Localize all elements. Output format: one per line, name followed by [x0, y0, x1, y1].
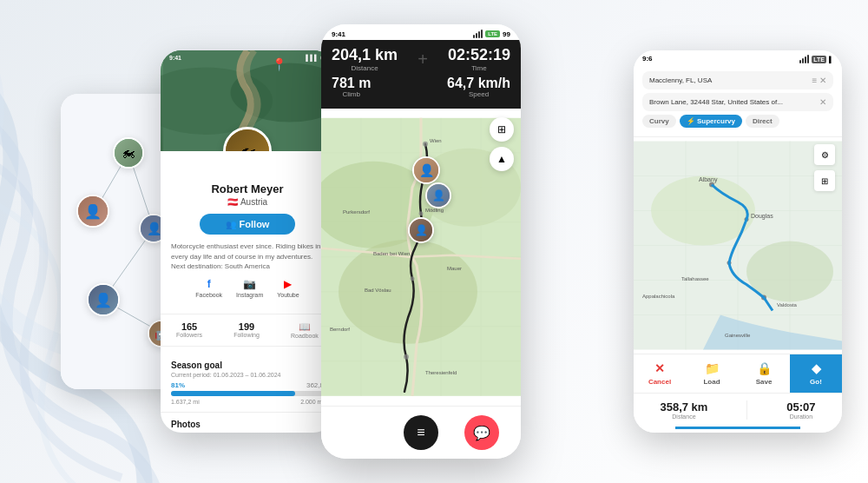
layers-button[interactable]: ⊞ [490, 117, 514, 142]
map-stat-distance: 204,1 km Distance [332, 47, 398, 72]
youtube-icon: ▶ [284, 278, 292, 290]
avatar-motorcycle-icon: 🏍 [226, 129, 269, 151]
route-input-start[interactable]: Macclenny, FL, USA ≡ ✕ [642, 71, 833, 89]
following-label: Following [233, 332, 260, 338]
route-sidebar-icons: ⚙ ⊞ [814, 144, 835, 191]
chat-fab-button[interactable]: 💬 [464, 415, 499, 450]
route-type-tabs: Curvy ⚡ Supercurvy Direct [642, 115, 833, 128]
menu-fab-button[interactable]: ≡ [404, 415, 438, 450]
profile-body: Robert Meyer 🇦🇹 Austria 👥 Follow Motorcy… [161, 151, 334, 314]
svg-text:Theresienfeld: Theresienfeld [425, 370, 457, 375]
instagram-link[interactable]: 📷 Instagram [236, 278, 263, 298]
progress-labels: 1.637,2 mi 2.000 mi [171, 399, 324, 405]
season-period: Current period: 01.06.2023 – 01.06.2024 [171, 372, 324, 378]
cancel-label: Cancel [648, 378, 671, 386]
go-button[interactable]: ◆ Go! [790, 354, 842, 393]
roadbook-label: Roadbook [291, 333, 319, 339]
cancel-button[interactable]: ✕ Cancel [634, 354, 686, 393]
facebook-icon: f [207, 278, 211, 290]
instagram-icon: 📷 [243, 278, 256, 290]
map-stat-speed: 64,7 km/h Speed [447, 76, 510, 99]
roadbook-icon: 📖 [291, 321, 319, 333]
route-header: Macclenny, FL, USA ≡ ✕ Brown Lane, 32448… [634, 66, 842, 137]
profile-header-image: 📍 9:41 ▌▌▌ ⬡ 🏍 [161, 50, 334, 151]
follow-label: Follow [240, 219, 270, 229]
svg-text:Albany: Albany [699, 176, 718, 183]
phone-map: 9:41 LTE 99 204,1 km Distance + [321, 24, 521, 459]
svg-point-22 [423, 142, 428, 147]
cancel-icon: ✕ [654, 361, 665, 375]
progress-percent: 81% [171, 381, 185, 389]
season-goal-title: Season goal [171, 361, 324, 370]
stat-followers: 165 Followers [176, 321, 202, 339]
route-tab-direct[interactable]: Direct [746, 115, 779, 128]
facebook-link[interactable]: f Facebook [195, 278, 222, 298]
progress-current: 1.637,2 mi [171, 399, 200, 405]
map-status-icons: LTE 99 [473, 30, 510, 38]
progress-bar-fill [171, 391, 295, 396]
time-value: 02:52:19 [448, 47, 510, 64]
map-status-bar: 9:41 LTE 99 [321, 24, 521, 40]
map-controls: ⊞ ▲ [490, 117, 514, 171]
route-input-end[interactable]: Brown Lane, 32448 Star, United States of… [642, 93, 833, 111]
youtube-link[interactable]: ▶ Youtube [277, 278, 299, 298]
route-settings-icon[interactable]: ⚙ [814, 144, 835, 165]
route-tab-curvy[interactable]: Curvy [642, 115, 676, 128]
load-button[interactable]: 📁 Load [686, 354, 738, 393]
season-goal-section: Season goal Current period: 01.06.2023 –… [161, 354, 334, 412]
map-stats-header: 204,1 km Distance + 02:52:19 Time 781 m … [321, 40, 521, 109]
route-distance-label: Distance [660, 414, 707, 420]
signal-icon [473, 30, 483, 38]
route-start-close[interactable]: ≡ ✕ [812, 76, 826, 85]
route-tab-supercurvy[interactable]: ⚡ Supercurvy [680, 115, 742, 128]
svg-text:Gainesville: Gainesville [725, 333, 751, 338]
country-name: Austria [240, 197, 267, 207]
route-bottom: ✕ Cancel 📁 Load 🔒 Save ◆ Go! [634, 354, 842, 433]
followers-count: 165 [176, 321, 202, 332]
route-status-time: 9:6 [642, 55, 653, 63]
profile-bio: Motorcycle enthusiast ever since. Riding… [171, 242, 324, 271]
followers-label: Followers [176, 332, 202, 338]
avatar-node-2[interactable]: 👤 [76, 195, 109, 228]
photos-section: Photos [161, 412, 334, 433]
route-duration-stat: 05:07 Duration [786, 400, 815, 420]
save-icon: 🔒 [757, 361, 772, 375]
route-end-close[interactable]: ✕ [819, 97, 826, 107]
svg-text:Baden bei Wien: Baden bei Wien [373, 251, 410, 256]
svg-text:Appalachicola: Appalachicola [642, 294, 675, 299]
save-button[interactable]: 🔒 Save [738, 354, 790, 393]
follow-icon: 👥 [226, 220, 236, 229]
svg-text:Douglas: Douglas [751, 213, 773, 220]
route-end-value: Brown Lane, 32448 Star, United States of… [649, 98, 783, 106]
compass-button[interactable]: ▲ [490, 147, 514, 171]
map-stat-time: 02:52:19 Time [448, 47, 510, 72]
avatar-node-4[interactable]: 👤 [87, 283, 120, 316]
route-duration-label: Duration [786, 414, 815, 420]
youtube-label: Youtube [277, 292, 299, 298]
lte-badge: LTE [485, 30, 500, 37]
climb-label: Climb [332, 90, 371, 98]
battery-icon: 99 [503, 30, 510, 38]
avatar-node-1[interactable]: 🏍 [113, 137, 144, 169]
route-layers-icon[interactable]: ⊞ [814, 170, 835, 191]
svg-point-23 [419, 212, 424, 216]
svg-text:Purkersdorf: Purkersdorf [343, 209, 370, 215]
stat-following: 199 Following [233, 321, 260, 339]
follow-button[interactable]: 👥 Follow [200, 214, 296, 235]
social-links: f Facebook 📷 Instagram ▶ Youtube [171, 278, 324, 298]
svg-point-24 [411, 277, 415, 281]
route-status-icons: LTE ▌ [799, 55, 833, 63]
distance-label: Distance [332, 64, 398, 72]
map-area: Wien Mödling Baden bei Wien Bad Vöslau P… [321, 109, 521, 406]
stats-row: 165 Followers 199 Following 📖 Roadbook [161, 314, 334, 347]
route-duration-value: 05:07 [786, 400, 815, 414]
route-distance-stat: 358,7 km Distance [660, 400, 707, 420]
go-icon: ◆ [812, 361, 821, 375]
photos-label: Photos [171, 420, 324, 429]
svg-text:Berndorf: Berndorf [330, 327, 350, 332]
route-signal-icon [799, 55, 809, 63]
map-bottom-bar: ≡ 💬 [321, 406, 521, 459]
stat-vertical-divider [746, 400, 747, 420]
route-map-svg: Albany Douglas Tallahassee Appalachicola… [634, 137, 842, 354]
facebook-label: Facebook [195, 292, 222, 298]
